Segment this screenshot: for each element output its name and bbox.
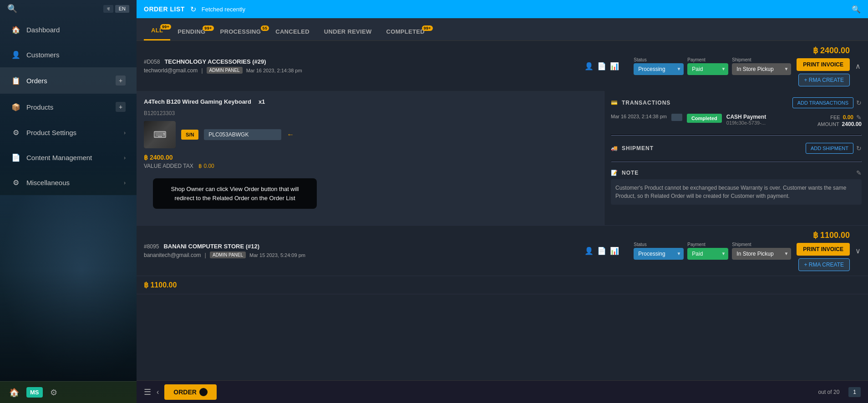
order-name-1: TECHNOLOGY ACCESSORIES (#29)	[164, 58, 266, 65]
products-add-button[interactable]: +	[116, 102, 126, 112]
order-product-1: A4Tech B120 Wired Gaming Keyboard x1 B12…	[137, 91, 604, 225]
order-name-2: BANANI COMPUTER STORE (#12)	[163, 243, 259, 250]
payment-select-wrapper-1: Paid Unpaid ▼	[687, 63, 728, 75]
shipment-select-1[interactable]: In Store Pickup Delivery	[732, 63, 791, 75]
sidebar-item-miscellaneous[interactable]: ⚙ Miscellaneous ›	[0, 170, 137, 195]
print-invoice-btn-1[interactable]: PRINT INVOICE	[797, 58, 850, 71]
tab-canceled[interactable]: CANCELED	[268, 23, 317, 40]
misc-arrow-icon: ›	[124, 180, 126, 186]
edit-note-btn[interactable]: ✎	[856, 169, 862, 176]
sn-button-1[interactable]: S/N	[181, 130, 198, 140]
content-management-icon: 📄	[11, 153, 21, 162]
fee-amount-1: 0.00	[843, 114, 853, 121]
top-bar: ORDER LIST ↻ Fetched recently 🔍	[137, 0, 868, 18]
payment-select-2[interactable]: Paid Unpaid	[687, 248, 728, 260]
expand-btn-2[interactable]: ∨	[855, 247, 861, 255]
status-select-2[interactable]: Processing Pending Completed	[634, 248, 684, 260]
customer-icon-btn-2[interactable]: 👤	[584, 247, 594, 255]
order-subtotal-2: ฿ 1100.00	[144, 281, 177, 289]
amount-value-1: 2400.00	[842, 121, 862, 127]
document-icon-btn-2[interactable]: 📄	[597, 247, 606, 255]
bottom-bar: ☰ ‹ ORDER + out of 20 1	[137, 380, 868, 403]
sidebar-item-products[interactable]: 📦 Products +	[0, 94, 137, 120]
sidebar-item-product-settings[interactable]: ⚙ Product Settings ›	[0, 120, 137, 145]
brand-logo: MS	[26, 387, 43, 398]
truck-icon: 🚚	[611, 145, 618, 151]
refresh-shipment-btn[interactable]: ↻	[856, 145, 862, 152]
search-icon[interactable]: 🔍	[7, 4, 17, 14]
sidebar-item-orders[interactable]: 📋 Orders +	[0, 67, 137, 94]
edit-fee-btn[interactable]: ✎	[856, 114, 862, 121]
sidebar-item-label-customers: Customers	[26, 51, 126, 59]
sidebar-item-content-management[interactable]: 📄 Content Management ›	[0, 145, 137, 170]
orders-add-button[interactable]: +	[116, 76, 126, 86]
tabs-bar: ALL 99+ PENDING 99+ PROCESSING 55 CANCEL…	[137, 18, 868, 41]
add-shipment-btn[interactable]: ADD SHIPMENT	[806, 143, 853, 154]
rma-create-btn-1[interactable]: + RMA CREATE	[798, 74, 850, 86]
dashboard-icon: 🏠	[11, 25, 21, 34]
payment-select-1[interactable]: Paid Unpaid	[687, 63, 728, 75]
chart-icon-btn-2[interactable]: 📊	[610, 247, 619, 255]
tab-completed[interactable]: COMPLETED 99+	[379, 23, 432, 40]
document-icon-btn-1[interactable]: 📄	[597, 62, 606, 71]
order-header-2: #8095 BANANI COMPUTER STORE (#12) banani…	[137, 226, 868, 276]
rma-create-btn-2[interactable]: + RMA CREATE	[798, 258, 850, 271]
tab-completed-badge: 99+	[422, 25, 433, 31]
status-select-wrapper-2: Processing Pending Completed ▼	[634, 248, 684, 260]
collapse-btn-1[interactable]: ∧	[855, 62, 861, 71]
sidebar-item-label-misc: Miscellaneous	[26, 179, 118, 186]
sidebar-item-label-content: Content Management	[26, 154, 118, 161]
completed-badge-1: Completed	[687, 114, 722, 123]
payment-label-2: Payment	[687, 242, 728, 247]
transaction-row-1: Mar 16 2023, 2:14:38 pm Completed CASH P…	[611, 114, 862, 127]
status-label-1: Status	[634, 57, 684, 62]
order-total-1: ฿ 2400.00	[813, 45, 850, 55]
product-price-1: ฿ 2400.00	[144, 154, 597, 161]
add-transactions-btn[interactable]: ADD TRANSACTIONS	[792, 97, 853, 108]
order-id-2: #8095	[144, 243, 159, 250]
shipment-section: 🚚 SHIPMENT ADD SHIPMENT ↻	[611, 143, 862, 154]
misc-icon: ⚙	[11, 178, 21, 187]
tab-all[interactable]: ALL 99+	[144, 21, 170, 40]
settings-bottom-icon[interactable]: ⚙	[50, 388, 57, 398]
order-right-1: ฿ 2400.00 PRINT INVOICE + RMA CREATE	[797, 45, 850, 86]
sidebar-item-dashboard[interactable]: 🏠 Dashboard	[0, 17, 137, 42]
content-arrow-icon: ›	[124, 155, 126, 161]
shipment-select-2[interactable]: In Store Pickup Delivery	[732, 248, 791, 260]
customer-icon-btn-1[interactable]: 👤	[584, 62, 594, 71]
vat-amount-1: ฿ 0.00	[198, 163, 214, 169]
home-bottom-icon[interactable]: 🏠	[9, 388, 19, 398]
tab-pending[interactable]: PENDING 99+	[170, 23, 213, 40]
transactions-header: 💳 TRANSACTIONS ADD TRANSACTIONS ↻	[611, 97, 862, 108]
serial-input-1[interactable]	[204, 129, 281, 140]
print-invoice-btn-2[interactable]: PRINT INVOICE	[797, 243, 850, 256]
note-title: 📝 NOTE	[611, 170, 639, 176]
hamburger-btn[interactable]: ☰	[144, 387, 151, 397]
order-date-1: Mar 16 2023, 2:14:38 pm	[246, 68, 302, 73]
customers-icon: 👤	[11, 50, 21, 59]
lang-bn-btn[interactable]: বা	[103, 5, 113, 13]
page-out-of: out of 20	[818, 389, 840, 395]
shipment-select-wrapper-1: In Store Pickup Delivery ▼	[732, 63, 791, 75]
fee-area-1: FEE 0.00 ✎ AMOUNT 2400.00	[817, 114, 862, 127]
order-email-1: techworld@gmail.com	[144, 67, 198, 74]
sidebar-item-customers[interactable]: 👤 Customers	[0, 42, 137, 67]
order-item-2: #8095 BANANI COMPUTER STORE (#12) banani…	[137, 226, 868, 294]
order-button[interactable]: ORDER +	[164, 384, 217, 400]
transactions-title: 💳 TRANSACTIONS	[611, 100, 670, 106]
tab-under-review[interactable]: UNDER REVIEW	[317, 23, 379, 40]
lang-en-btn[interactable]: EN	[115, 5, 129, 13]
order-panel-badge-1: ADMIN PANEL	[207, 67, 243, 74]
tab-processing[interactable]: PROCESSING 55	[213, 23, 269, 40]
top-search-icon[interactable]: 🔍	[852, 5, 861, 14]
refresh-icon[interactable]: ↻	[190, 5, 196, 14]
transaction-type-1: CASH Payment	[726, 114, 813, 120]
order-action-buttons-1: 👤 📄 📊	[584, 62, 619, 71]
refresh-transactions-btn[interactable]: ↻	[856, 99, 862, 106]
order-action-buttons-2: 👤 📄 📊	[584, 247, 619, 255]
status-select-wrapper-1: Processing Pending Completed ▼	[634, 63, 684, 75]
status-select-1[interactable]: Processing Pending Completed	[634, 63, 684, 75]
back-btn[interactable]: ‹	[157, 388, 159, 396]
chart-icon-btn-1[interactable]: 📊	[610, 62, 619, 71]
order-item-1: #D058 TECHNOLOGY ACCESSORIES (#29) techw…	[137, 41, 868, 226]
